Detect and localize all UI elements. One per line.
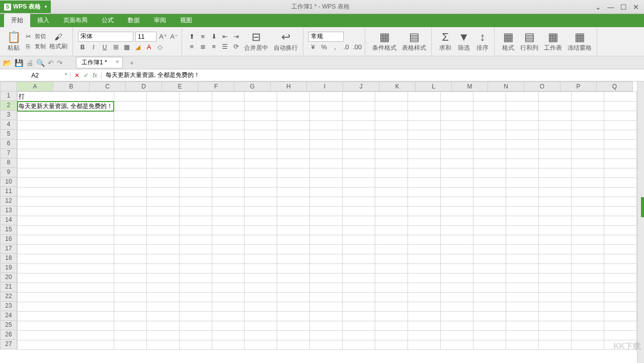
cancel-edit-icon[interactable]: ✕: [74, 72, 79, 79]
cell-Q20[interactable]: [604, 274, 636, 283]
cell-I9[interactable]: [343, 168, 375, 178]
italic-button[interactable]: I: [89, 43, 98, 52]
cell-H18[interactable]: [310, 254, 343, 264]
cell-E26[interactable]: [212, 331, 245, 340]
sort-button[interactable]: ↕排序: [474, 30, 491, 53]
cell-L7[interactable]: [441, 149, 473, 159]
clear-format-button[interactable]: ◇: [155, 43, 165, 52]
cell-O16[interactable]: [539, 235, 572, 245]
cell-I1[interactable]: [343, 92, 375, 102]
cell-F24[interactable]: [245, 312, 277, 321]
cell-C6[interactable]: [146, 140, 179, 149]
cell-K16[interactable]: [408, 235, 441, 245]
cell-C20[interactable]: [146, 274, 179, 283]
cell-A15[interactable]: [18, 226, 114, 235]
cell-C8[interactable]: [146, 159, 179, 168]
cell-K24[interactable]: [408, 312, 441, 321]
cell-L11[interactable]: [441, 188, 473, 197]
cell-D8[interactable]: [179, 159, 212, 168]
cell-Q18[interactable]: [604, 254, 636, 264]
cell-L22[interactable]: [441, 293, 473, 302]
qa-preview-icon[interactable]: 🔍: [36, 59, 45, 67]
cell-E27[interactable]: [212, 340, 245, 350]
cell-O2[interactable]: [539, 102, 572, 111]
cell-N25[interactable]: [506, 321, 539, 331]
cell-B8[interactable]: [114, 159, 146, 168]
paste-button[interactable]: 📋粘贴: [5, 30, 22, 53]
justify-icon[interactable]: ☰: [220, 42, 229, 51]
qa-save-icon[interactable]: 💾: [15, 59, 23, 67]
cell-B17[interactable]: [114, 245, 146, 254]
increase-font-icon[interactable]: A⁺: [158, 32, 168, 41]
cell-F4[interactable]: [245, 121, 277, 130]
cell-O15[interactable]: [539, 226, 572, 235]
cell-N15[interactable]: [506, 226, 539, 235]
row-header-24[interactable]: 24: [0, 311, 17, 321]
cell-M10[interactable]: [473, 178, 506, 188]
cell-N11[interactable]: [506, 188, 539, 197]
cell-N5[interactable]: [506, 130, 539, 140]
side-panel-handle[interactable]: [641, 197, 644, 217]
tab-insert[interactable]: 插入: [30, 14, 56, 27]
decrease-font-icon[interactable]: A⁻: [170, 32, 179, 41]
cell-H17[interactable]: [310, 245, 343, 254]
row-header-10[interactable]: 10: [0, 177, 17, 187]
cell-O1[interactable]: [539, 92, 572, 102]
cell-N18[interactable]: [506, 254, 539, 264]
cell-J8[interactable]: [375, 159, 408, 168]
cell-A22[interactable]: [18, 293, 114, 302]
cell-K27[interactable]: [408, 340, 441, 350]
cell-E4[interactable]: [212, 121, 245, 130]
cell-Q17[interactable]: [604, 245, 636, 254]
cell-Q26[interactable]: [604, 331, 636, 340]
row-header-25[interactable]: 25: [0, 321, 17, 330]
align-bottom-icon[interactable]: ⬇: [209, 32, 218, 41]
cell-J6[interactable]: [375, 140, 408, 149]
row-header-20[interactable]: 20: [0, 273, 17, 283]
cell-E11[interactable]: [212, 188, 245, 197]
row-header-15[interactable]: 15: [0, 225, 17, 235]
cell-F6[interactable]: [245, 140, 277, 149]
cell-G13[interactable]: [277, 207, 310, 216]
cell-G27[interactable]: [277, 340, 310, 350]
tab-formula[interactable]: 公式: [95, 14, 121, 27]
cell-Q1[interactable]: [604, 92, 636, 102]
cell-D16[interactable]: [179, 235, 212, 245]
cell-D19[interactable]: [179, 264, 212, 274]
col-header-L[interactable]: L: [416, 81, 452, 92]
cell-N22[interactable]: [506, 293, 539, 302]
cell-I18[interactable]: [343, 254, 375, 264]
col-header-I[interactable]: I: [307, 81, 343, 92]
highlight-button[interactable]: ◢: [133, 43, 142, 52]
font-name-select[interactable]: [78, 32, 133, 42]
table-style-button[interactable]: ▤表格样式: [400, 30, 428, 53]
cell-F19[interactable]: [245, 264, 277, 274]
percent-icon[interactable]: %: [319, 43, 329, 52]
cell-N9[interactable]: [506, 168, 539, 178]
sum-button[interactable]: Σ求和: [437, 30, 454, 53]
cell-J12[interactable]: [375, 197, 408, 207]
cell-N16[interactable]: [506, 235, 539, 245]
cell-B3[interactable]: [114, 111, 146, 121]
cell-C11[interactable]: [146, 188, 179, 197]
row-header-17[interactable]: 17: [0, 244, 17, 254]
cell-B23[interactable]: [114, 302, 146, 312]
cell-C22[interactable]: [146, 293, 179, 302]
cell-K3[interactable]: [408, 111, 441, 121]
cell-B20[interactable]: [114, 274, 146, 283]
cell-A19[interactable]: [18, 264, 114, 274]
cell-K11[interactable]: [408, 188, 441, 197]
cell-I4[interactable]: [343, 121, 375, 130]
col-header-N[interactable]: N: [488, 81, 524, 92]
cell-E7[interactable]: [212, 149, 245, 159]
cell-H5[interactable]: [310, 130, 343, 140]
cell-N23[interactable]: [506, 302, 539, 312]
cell-B9[interactable]: [114, 168, 146, 178]
cell-K6[interactable]: [408, 140, 441, 149]
cell-G24[interactable]: [277, 312, 310, 321]
number-format-select[interactable]: [308, 32, 344, 42]
cell-G25[interactable]: [277, 321, 310, 331]
cell-K18[interactable]: [408, 254, 441, 264]
cell-C12[interactable]: [146, 197, 179, 207]
cell-F26[interactable]: [245, 331, 277, 340]
